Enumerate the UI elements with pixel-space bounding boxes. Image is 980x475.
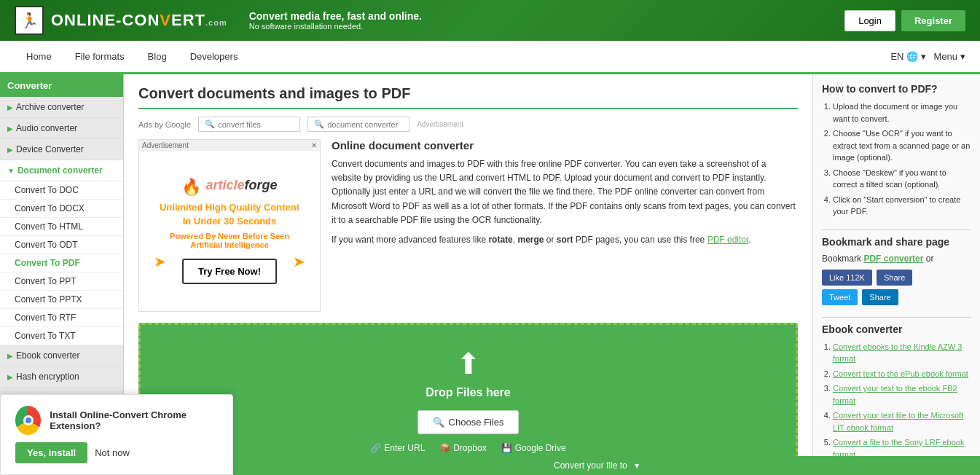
- nav-blog[interactable]: Blog: [136, 41, 179, 72]
- upload-area[interactable]: ⬆ Drop Files here 🔍 Choose Files 🔗 Enter…: [138, 323, 798, 475]
- sidebar-subitem-doc[interactable]: Convert To DOC: [0, 181, 123, 200]
- ebook-section: Ebook converter Convert ebooks to the Ki…: [822, 323, 971, 476]
- chrome-notify-header: Install Online-Convert Chrome Extension?: [15, 406, 218, 435]
- facebook-like-button[interactable]: Like 112K: [822, 270, 872, 286]
- ad-try-btn[interactable]: Try Free Now!: [182, 259, 277, 284]
- twitter-tweet-button[interactable]: Tweet: [822, 289, 858, 305]
- nav-bar: Home File formats Blog Developers EN 🌐 ▾…: [0, 41, 980, 74]
- sidebar-subitem-txt[interactable]: Convert To TXT: [0, 327, 123, 345]
- nav-developers[interactable]: Developers: [179, 41, 250, 72]
- ad-line3: Powered By Never Before Seen: [170, 232, 289, 240]
- ad-search-1[interactable]: 🔍 convert files: [198, 117, 300, 132]
- ad-close-btn[interactable]: ✕: [311, 141, 317, 149]
- arrow-down-icon: ▼: [7, 167, 15, 175]
- brand-com: .com: [205, 18, 227, 27]
- sidebar-item-ebook[interactable]: ▶ Ebook converter: [0, 345, 123, 366]
- ebook-item-3: Convert your text to the ebook FB2 forma…: [833, 382, 971, 407]
- ebook-link-1[interactable]: Convert ebooks to the Kindle AZW 3 forma…: [833, 342, 962, 364]
- sidebar-subitem-pdf[interactable]: Convert To PDF: [0, 254, 123, 272]
- header-actions: Login Register: [844, 10, 965, 31]
- convert-bar-text: Convert your file to: [554, 460, 627, 471]
- ad-arrow-left: ➤: [154, 253, 166, 284]
- tagline: Convert media free, fast and online. No …: [249, 10, 422, 31]
- search-icon: 🔍: [205, 119, 215, 129]
- not-now-button[interactable]: Not now: [95, 447, 130, 458]
- how-to-title: How to convert to PDF?: [822, 83, 971, 95]
- nav-file-formats[interactable]: File formats: [63, 41, 136, 72]
- ad-tagline: Unlimited High Quality Content In Under …: [160, 201, 299, 227]
- sidebar-subitem-rtf[interactable]: Convert To RTF: [0, 309, 123, 327]
- social-row-1: Like 112K Share: [822, 270, 971, 286]
- ad-label: Advertisement: [417, 120, 463, 128]
- ebook-link-4[interactable]: Convert your text file to the Microsoft …: [833, 411, 963, 432]
- bookmark-section: Bookmark and share page Bookmark PDF con…: [822, 236, 971, 305]
- ad-arrows: ➤ Try Free Now! ➤: [146, 253, 313, 284]
- ad-search-text-2: document converter: [327, 120, 398, 129]
- sidebar-subitem-html[interactable]: Convert To HTML: [0, 218, 123, 236]
- sidebar-item-archive[interactable]: ▶ Archive converter: [0, 97, 123, 118]
- arrow-icon: ▶: [7, 103, 13, 111]
- doc-title: Online document converter: [332, 139, 798, 152]
- sidebar-subitem-pptx[interactable]: Convert To PPTX: [0, 291, 123, 309]
- ebook-link-2[interactable]: Convert text to the ePub ebook format: [833, 369, 968, 378]
- nav-home[interactable]: Home: [15, 41, 63, 72]
- arrow-icon: ▶: [7, 352, 13, 360]
- sidebar-label-audio: Audio converter: [16, 123, 77, 133]
- enter-url-link[interactable]: 🔗 Enter URL: [370, 443, 425, 453]
- sidebar-subitem-ppt[interactable]: Convert To PPT: [0, 272, 123, 291]
- convert-bar-arrow: ▾: [635, 460, 639, 471]
- chrome-extension-notification: Install Online-Convert Chrome Extension?…: [0, 394, 233, 475]
- login-button[interactable]: Login: [844, 10, 895, 31]
- doc-paragraph1: Convert documents and images to PDF with…: [332, 157, 798, 227]
- bookmark-label: Bookmark: [822, 254, 861, 264]
- google-drive-link[interactable]: 💾 Google Drive: [501, 443, 566, 453]
- doc-paragraph2: If you want more advanced features like …: [332, 233, 798, 247]
- sidebar-label-document: Document converter: [17, 165, 103, 176]
- link-icon: 🔗: [370, 443, 381, 453]
- dropbox-link[interactable]: 📦 Dropbox: [439, 443, 486, 453]
- brand-name: ONLINE-CONVERT.com: [51, 11, 227, 30]
- google-drive-icon: 💾: [501, 443, 512, 453]
- ad-arrow-right: ➤: [293, 253, 305, 284]
- ad-line2: In Under 30 Seconds: [183, 216, 277, 227]
- menu-button[interactable]: Menu ▾: [933, 51, 965, 62]
- ad-line1-accent: High Quality Content: [205, 202, 299, 213]
- pdf-editor-link[interactable]: PDF editor: [707, 235, 749, 245]
- how-to-step-2: Choose "Use OCR" if you want to extract …: [833, 127, 971, 164]
- divider-2: [822, 317, 971, 318]
- sidebar-item-hash[interactable]: ▶ Hash encryption: [0, 366, 123, 388]
- pdf-converter-link[interactable]: PDF converter: [863, 254, 923, 264]
- how-to-section: How to convert to PDF? Upload the docume…: [822, 83, 971, 218]
- content-body: Advertisement ✕ 🔥 articleforge Unlimited…: [138, 139, 798, 312]
- sidebar-item-device[interactable]: ▶ Device Converter: [0, 139, 123, 160]
- ebook-title: Ebook converter: [822, 323, 971, 335]
- language-selector[interactable]: EN 🌐 ▾: [890, 51, 926, 62]
- ad-search-2[interactable]: 🔍 document converter: [307, 117, 409, 132]
- chrome-notify-actions: Yes, install Not now: [15, 442, 218, 463]
- choose-files-label: Choose Files: [449, 417, 504, 428]
- choose-files-button[interactable]: 🔍 Choose Files: [418, 410, 520, 434]
- sidebar-label-ebook: Ebook converter: [16, 350, 79, 361]
- bookmark-text: Bookmark PDF converter or: [822, 254, 971, 264]
- upload-drop-text: Drop Files here: [155, 386, 781, 399]
- upload-links: 🔗 Enter URL 📦 Dropbox 💾 Google Drive: [155, 443, 781, 453]
- sidebar-subitem-odt[interactable]: Convert To ODT: [0, 236, 123, 254]
- how-to-step-1: Upload the document or image you want to…: [833, 101, 971, 125]
- header: 🏃 ONLINE-CONVERT.com Convert media free,…: [0, 0, 980, 41]
- ebook-link-3[interactable]: Convert your text to the ebook FB2 forma…: [833, 384, 957, 405]
- sidebar-item-audio[interactable]: ▶ Audio converter: [0, 118, 123, 139]
- ad-block: Advertisement ✕ 🔥 articleforge Unlimited…: [138, 139, 321, 312]
- google-drive-label: Google Drive: [515, 443, 566, 453]
- linkedin-share-button[interactable]: Share: [862, 289, 898, 305]
- sidebar-subitem-docx[interactable]: Convert To DOCX: [0, 200, 123, 218]
- facebook-share-button[interactable]: Share: [877, 270, 912, 286]
- search-icon-2: 🔍: [314, 119, 324, 129]
- sidebar-item-document[interactable]: ▼ Document converter: [0, 160, 123, 181]
- social-row-2: Tweet Share: [822, 289, 971, 305]
- search-small-icon: 🔍: [433, 417, 444, 428]
- arrow-icon: ▶: [7, 125, 13, 133]
- how-to-list: Upload the document or image you want to…: [822, 101, 971, 218]
- how-to-step-3: Choose "Deskew" if you want to correct a…: [833, 167, 971, 191]
- yes-install-button[interactable]: Yes, install: [15, 442, 87, 463]
- register-button[interactable]: Register: [901, 10, 965, 31]
